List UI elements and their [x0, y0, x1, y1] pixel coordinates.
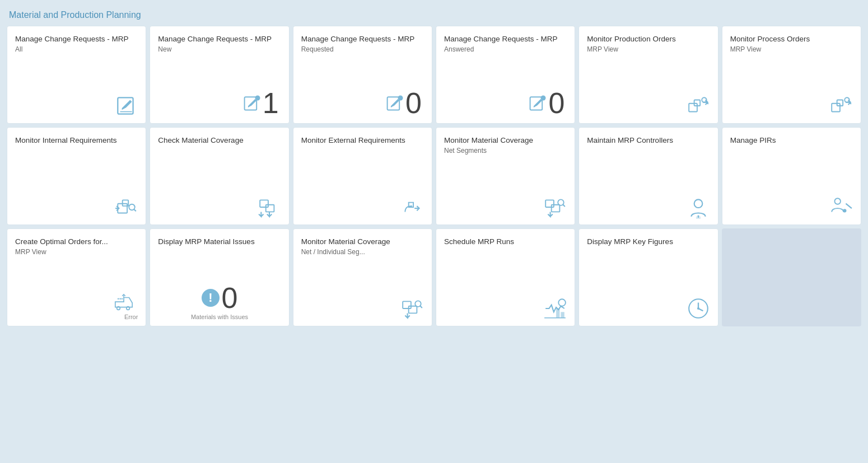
- tile-1-subtitle: All: [15, 45, 138, 53]
- svg-rect-23: [552, 205, 560, 212]
- tile-17-icon-area: [587, 247, 710, 320]
- tile-4[interactable]: Manage Change Requests - MRPAnswered0: [436, 26, 575, 124]
- svg-point-7: [541, 96, 546, 101]
- svg-text:•••: •••: [118, 296, 123, 302]
- tile-2-icon: [242, 93, 263, 113]
- tile-1[interactable]: Manage Change Requests - MRPAll: [7, 26, 146, 124]
- tile-15-subtitle: Net / Individual Seg...: [301, 248, 424, 256]
- tile-2-subtitle: New: [158, 45, 281, 53]
- svg-rect-39: [409, 306, 417, 314]
- page-container: Material and Production Planning Manage …: [0, 0, 868, 463]
- svg-rect-21: [265, 205, 274, 212]
- tile-11-icon-area: [587, 146, 710, 219]
- svg-rect-38: [403, 301, 411, 308]
- tile-14-icon: !: [199, 287, 222, 309]
- svg-line-30: [846, 204, 852, 208]
- tile-5-subtitle: MRP View: [587, 45, 710, 53]
- tile-grid: Manage Change Requests - MRPAllManage Ch…: [7, 26, 861, 326]
- tile-5-title: Monitor Production Orders: [587, 34, 710, 44]
- tile-3-icon: [385, 93, 405, 113]
- tile-17[interactable]: Display MRP Key Figures: [578, 228, 718, 326]
- svg-text:!: !: [208, 291, 212, 305]
- tile-13-icon-area: •••Error: [15, 256, 138, 320]
- tile-13-icon: •••: [110, 292, 138, 314]
- svg-point-3: [255, 96, 260, 101]
- tile-9-icon: [400, 195, 424, 219]
- tile-2-count: 1: [263, 88, 279, 118]
- tile-8[interactable]: Check Material Coverage: [150, 127, 289, 225]
- tile-4-icon-area: 0: [444, 53, 567, 118]
- tile-3[interactable]: Manage Change Requests - MRPRequested0: [293, 26, 432, 124]
- tile-15[interactable]: Monitor Material CoverageNet / Individua…: [293, 228, 432, 326]
- tile-9-icon-area: [301, 146, 424, 219]
- tile-11-title: Maintain MRP Controllers: [587, 135, 710, 146]
- tile-15-icon-area: [301, 256, 424, 320]
- tile-13-error-label: Error: [124, 314, 138, 320]
- tile-6-icon-area: [730, 53, 853, 118]
- tile-7-icon: [114, 195, 138, 219]
- tile-12-icon: [829, 195, 853, 219]
- tile-3-count: 0: [405, 88, 422, 118]
- tile-14-materials-label: Materials with Issues: [191, 314, 248, 320]
- tile-1-title: Manage Change Requests - MRP: [15, 34, 138, 44]
- tile-14-count: 0: [222, 283, 238, 312]
- svg-point-5: [398, 96, 403, 101]
- tile-14-icon-area: !0Materials with Issues: [158, 247, 281, 320]
- tile-9[interactable]: Monitor External Requirements: [293, 127, 432, 225]
- tile-3-subtitle: Requested: [301, 45, 424, 53]
- tile-10-title: Monitor Material Coverage: [444, 135, 567, 146]
- tile-10-icon-area: [444, 155, 567, 219]
- tile-4-subtitle: Answered: [444, 45, 567, 53]
- tile-18: [722, 228, 861, 326]
- svg-point-26: [694, 199, 702, 208]
- tile-16[interactable]: Schedule MRP Runs: [436, 228, 575, 326]
- tile-14[interactable]: Display MRP Material Issues!0Materials w…: [150, 228, 289, 326]
- tile-2-title: Manage Change Requests - MRP: [158, 34, 281, 44]
- svg-point-29: [834, 198, 841, 204]
- tile-2-icon-area: 1: [158, 53, 281, 118]
- tile-12-title: Manage PIRs: [730, 135, 853, 146]
- tile-8-icon: [258, 195, 281, 219]
- tile-4-title: Manage Change Requests - MRP: [444, 34, 567, 44]
- svg-line-25: [563, 204, 565, 207]
- tile-6[interactable]: Monitor Process OrdersMRP View: [722, 26, 861, 124]
- tile-10-icon: [543, 195, 567, 219]
- tile-8-icon-area: [158, 146, 281, 219]
- tile-16-icon: [543, 297, 567, 320]
- svg-point-43: [559, 299, 566, 306]
- tile-13[interactable]: Create Optimal Orders for...MRP View•••E…: [7, 228, 146, 326]
- tile-5-icon: [687, 94, 710, 118]
- svg-point-31: [843, 209, 846, 212]
- tile-12-icon-area: [730, 146, 853, 219]
- tile-7[interactable]: Monitor Internal Requirements: [7, 127, 146, 225]
- tile-9-title: Monitor External Requirements: [301, 135, 424, 146]
- tile-13-title: Create Optimal Orders for...: [15, 237, 138, 247]
- tile-10-subtitle: Net Segments: [444, 147, 567, 155]
- tile-3-title: Manage Change Requests - MRP: [301, 34, 424, 44]
- svg-rect-12: [832, 104, 840, 112]
- tile-1-icon: [114, 94, 138, 118]
- tile-5-icon-area: [587, 53, 710, 118]
- svg-line-19: [134, 209, 136, 211]
- tile-16-title: Schedule MRP Runs: [444, 237, 567, 247]
- svg-point-47: [697, 307, 699, 310]
- tile-12[interactable]: Manage PIRs: [722, 127, 861, 225]
- tile-15-icon: [400, 297, 424, 320]
- tile-6-subtitle: MRP View: [730, 45, 853, 53]
- tile-17-icon: [687, 297, 710, 320]
- tile-17-title: Display MRP Key Figures: [587, 237, 710, 247]
- tile-6-title: Monitor Process Orders: [730, 34, 853, 44]
- tile-16-icon-area: [444, 247, 567, 320]
- tile-10[interactable]: Monitor Material CoverageNet Segments: [436, 127, 575, 225]
- tile-7-title: Monitor Internal Requirements: [15, 135, 138, 146]
- page-title: Material and Production Planning: [7, 7, 861, 26]
- tile-11[interactable]: Maintain MRP Controllers: [578, 127, 718, 225]
- tile-15-title: Monitor Material Coverage: [301, 237, 424, 247]
- tile-1-icon-area: [15, 53, 138, 118]
- tile-3-icon-area: 0: [301, 53, 424, 118]
- svg-line-41: [420, 306, 422, 308]
- tile-14-title: Display MRP Material Issues: [158, 237, 281, 247]
- tile-5[interactable]: Monitor Production OrdersMRP View: [578, 26, 718, 124]
- tile-2[interactable]: Manage Change Requests - MRPNew1: [150, 26, 289, 124]
- tile-7-icon-area: [15, 146, 138, 219]
